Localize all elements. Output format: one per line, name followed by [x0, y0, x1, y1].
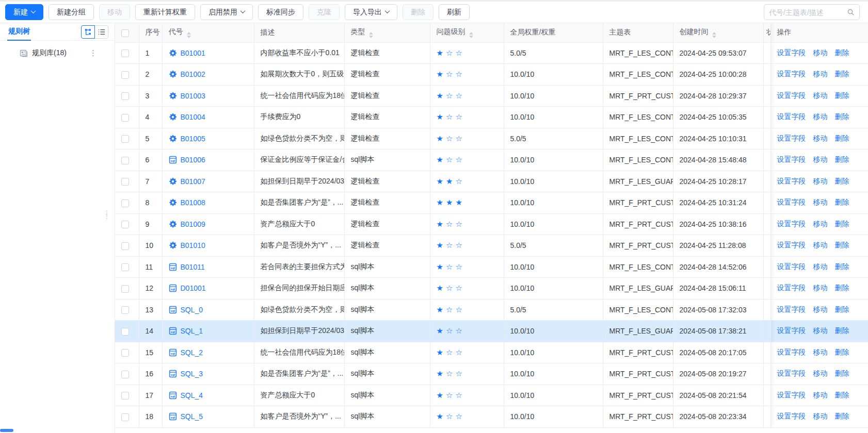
rule-code-link[interactable]: B01006 — [181, 156, 205, 164]
action-move[interactable]: 移动 — [813, 241, 828, 249]
action-delete[interactable]: 删除 — [835, 48, 849, 57]
row-checkbox[interactable] — [121, 199, 129, 207]
rule-code-link[interactable]: B01002 — [181, 70, 205, 78]
action-set-fields[interactable]: 设置字段 — [777, 112, 806, 121]
action-move[interactable]: 移动 — [813, 220, 828, 228]
enable-disable-button[interactable]: 启用禁用 — [200, 4, 253, 20]
clone-button[interactable]: 克隆 — [309, 4, 340, 20]
move-button[interactable]: 移动 — [99, 4, 130, 20]
rule-code-link[interactable]: SQL_4 — [181, 391, 203, 399]
rule-code-link[interactable]: SQL_1 — [181, 327, 203, 335]
action-set-fields[interactable]: 设置字段 — [777, 412, 806, 420]
delete-button[interactable]: 删除 — [403, 4, 433, 20]
action-set-fields[interactable]: 设置字段 — [777, 198, 806, 206]
action-delete[interactable]: 删除 — [835, 70, 849, 78]
action-move[interactable]: 移动 — [813, 391, 828, 399]
row-checkbox[interactable] — [121, 371, 129, 378]
import-export-button[interactable]: 导入导出 — [345, 4, 397, 20]
action-delete[interactable]: 删除 — [835, 91, 849, 99]
list-view-toggle[interactable] — [94, 25, 108, 39]
action-delete[interactable]: 删除 — [835, 241, 849, 249]
recalculate-weight-button[interactable]: 重新计算权重 — [135, 4, 195, 20]
action-delete[interactable]: 删除 — [835, 284, 849, 292]
standard-sync-button[interactable]: 标准同步 — [258, 4, 303, 20]
rule-code-link[interactable]: B01001 — [181, 49, 205, 57]
rule-code-link[interactable]: B01009 — [181, 220, 205, 228]
new-button[interactable]: 新建 — [5, 4, 43, 20]
row-checkbox[interactable] — [121, 114, 129, 122]
row-checkbox[interactable] — [121, 285, 129, 293]
action-move[interactable]: 移动 — [813, 91, 828, 99]
rule-code-link[interactable]: B01011 — [181, 263, 205, 271]
action-set-fields[interactable]: 设置字段 — [777, 369, 806, 377]
action-set-fields[interactable]: 设置字段 — [777, 391, 806, 399]
column-header-type[interactable]: 类型 — [344, 23, 430, 42]
search-input[interactable] — [769, 8, 847, 16]
column-header-level[interactable]: 问题级别 — [430, 23, 504, 42]
action-delete[interactable]: 删除 — [835, 348, 849, 356]
rule-code-link[interactable]: B01007 — [181, 177, 205, 186]
action-move[interactable]: 移动 — [813, 155, 828, 163]
rule-code-link[interactable]: SQL_3 — [181, 370, 203, 378]
refresh-button[interactable]: 刷新 — [439, 4, 470, 20]
rule-code-link[interactable]: B01008 — [181, 198, 205, 207]
action-delete[interactable]: 删除 — [835, 262, 849, 271]
kebab-menu-icon[interactable]: ⋮ — [89, 48, 97, 58]
rule-code-link[interactable]: B01004 — [181, 113, 205, 121]
row-checkbox[interactable] — [121, 263, 129, 271]
action-move[interactable]: 移动 — [813, 326, 828, 335]
row-checkbox[interactable] — [121, 157, 129, 164]
action-move[interactable]: 移动 — [813, 412, 828, 420]
action-delete[interactable]: 删除 — [835, 305, 849, 313]
action-set-fields[interactable]: 设置字段 — [777, 48, 806, 57]
column-header-created[interactable]: 创建时间 — [673, 23, 763, 42]
row-checkbox[interactable] — [121, 178, 129, 186]
rule-code-link[interactable]: D01001 — [181, 284, 206, 292]
rule-code-link[interactable]: B01003 — [181, 92, 205, 100]
action-delete[interactable]: 删除 — [835, 369, 849, 377]
action-delete[interactable]: 删除 — [835, 391, 849, 399]
action-delete[interactable]: 删除 — [835, 198, 849, 206]
action-set-fields[interactable]: 设置字段 — [777, 262, 806, 271]
new-group-button[interactable]: 新建分组 — [49, 4, 94, 20]
row-checkbox[interactable] — [121, 242, 129, 250]
rule-code-link[interactable]: SQL_0 — [181, 306, 203, 314]
tab-rule-tree[interactable]: 规则树 — [7, 23, 31, 41]
action-set-fields[interactable]: 设置字段 — [777, 348, 806, 356]
action-delete[interactable]: 删除 — [835, 155, 849, 163]
row-checkbox[interactable] — [121, 71, 129, 79]
row-checkbox[interactable] — [121, 349, 129, 357]
action-move[interactable]: 移动 — [813, 262, 828, 271]
action-move[interactable]: 移动 — [813, 112, 828, 121]
action-set-fields[interactable]: 设置字段 — [777, 284, 806, 292]
rule-code-link[interactable]: SQL_5 — [181, 412, 203, 421]
row-checkbox[interactable] — [121, 221, 129, 228]
action-move[interactable]: 移动 — [813, 348, 828, 356]
rule-code-link[interactable]: B01005 — [181, 135, 205, 143]
row-checkbox[interactable] — [121, 49, 129, 57]
action-move[interactable]: 移动 — [813, 198, 828, 206]
splitter-handle[interactable]: ⋮⋮ — [104, 211, 110, 219]
action-set-fields[interactable]: 设置字段 — [777, 155, 806, 163]
action-set-fields[interactable]: 设置字段 — [777, 220, 806, 228]
select-all-checkbox[interactable] — [121, 29, 129, 37]
action-set-fields[interactable]: 设置字段 — [777, 134, 806, 142]
horizontal-scrollbar-thumb[interactable] — [0, 429, 13, 432]
action-delete[interactable]: 删除 — [835, 112, 849, 121]
action-set-fields[interactable]: 设置字段 — [777, 177, 806, 185]
action-delete[interactable]: 删除 — [835, 326, 849, 335]
tree-node-rule-library[interactable]: 规则库(18) ⋮ — [20, 47, 108, 59]
action-delete[interactable]: 删除 — [835, 220, 849, 228]
action-move[interactable]: 移动 — [813, 305, 828, 313]
action-move[interactable]: 移动 — [813, 48, 828, 57]
action-delete[interactable]: 删除 — [835, 177, 849, 185]
action-set-fields[interactable]: 设置字段 — [777, 241, 806, 249]
action-move[interactable]: 移动 — [813, 134, 828, 142]
action-move[interactable]: 移动 — [813, 284, 828, 292]
search-icon[interactable] — [847, 8, 855, 16]
column-header-code[interactable]: 代号 — [162, 23, 254, 42]
action-delete[interactable]: 删除 — [835, 134, 849, 142]
rule-code-link[interactable]: B01010 — [181, 241, 205, 249]
tree-view-toggle[interactable] — [81, 25, 95, 39]
row-checkbox[interactable] — [121, 328, 129, 336]
